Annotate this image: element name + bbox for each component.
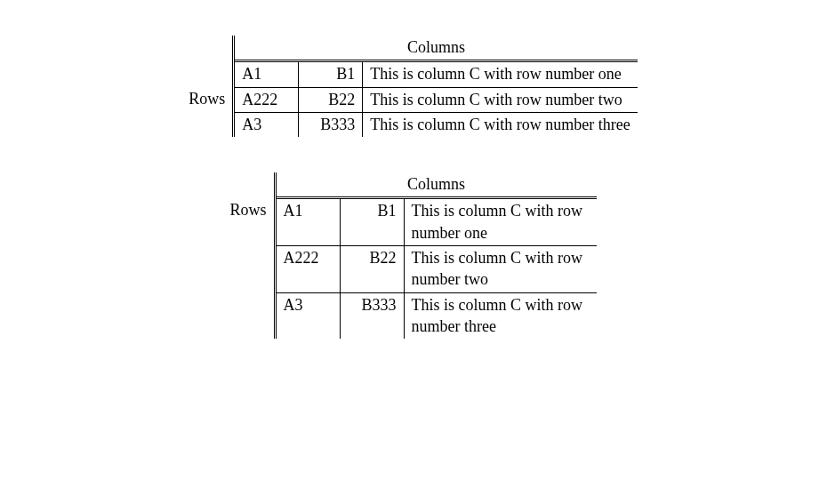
- header-blank: [222, 172, 275, 198]
- cell-c: This is column C with row number three: [363, 112, 638, 137]
- header-row: Columns: [181, 36, 637, 61]
- cell-c: This is column C with row number one: [363, 61, 638, 87]
- header-blank: [181, 36, 234, 61]
- cell-b: B22: [340, 246, 404, 293]
- cell-a: A1: [275, 198, 340, 246]
- table-narrow: Columns Rows A1 B1 This is column C with…: [222, 172, 596, 339]
- rows-label-blank: [181, 112, 234, 137]
- cell-b: B1: [340, 198, 404, 246]
- cell-c: This is column C with row number three: [404, 292, 597, 339]
- table-row: A3 B333 This is column C with row number…: [181, 112, 637, 137]
- cell-b: B333: [299, 112, 363, 137]
- rows-label-blank: [222, 246, 275, 293]
- table-wide: Columns A1 B1 This is column C with row …: [181, 36, 637, 137]
- rows-label-blank: [222, 292, 275, 339]
- table-row: Rows A222 B22 This is column C with row …: [181, 87, 637, 112]
- cell-a: A3: [234, 112, 299, 137]
- rows-label-blank: [181, 61, 234, 87]
- rows-label: Rows: [222, 198, 275, 246]
- cell-a: A222: [275, 246, 340, 293]
- cell-a: A3: [275, 292, 340, 339]
- cell-b: B333: [340, 292, 404, 339]
- cell-a: A1: [234, 61, 299, 87]
- table-row: A222 B22 This is column C with row numbe…: [222, 246, 596, 293]
- table-row: A1 B1 This is column C with row number o…: [181, 61, 637, 87]
- cell-c: This is column C with row number two: [404, 246, 597, 293]
- cell-b: B22: [299, 87, 363, 112]
- table-row: Rows A1 B1 This is column C with row num…: [222, 198, 596, 246]
- columns-header: Columns: [275, 172, 597, 198]
- cell-b: B1: [299, 61, 363, 87]
- cell-c: This is column C with row number two: [363, 87, 638, 112]
- cell-c: This is column C with row number one: [404, 198, 597, 246]
- columns-header: Columns: [234, 36, 638, 61]
- rows-label: Rows: [181, 87, 234, 112]
- header-row: Columns: [222, 172, 596, 198]
- table-row: A3 B333 This is column C with row number…: [222, 292, 596, 339]
- cell-a: A222: [234, 87, 299, 112]
